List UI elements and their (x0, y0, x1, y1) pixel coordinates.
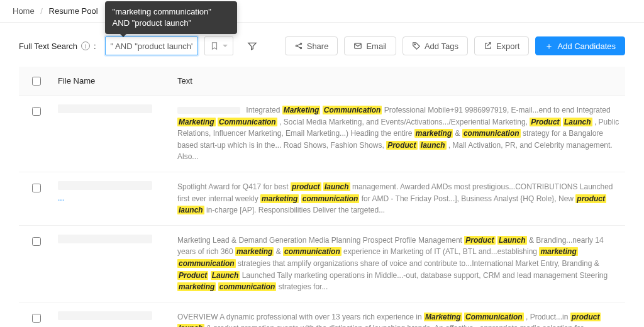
row-checkbox[interactable] (32, 314, 41, 323)
highlight: Product (530, 118, 560, 126)
row-checkbox[interactable] (32, 184, 41, 192)
search-history-button[interactable] (204, 36, 233, 55)
breadcrumb-current: Resume Pool (49, 6, 98, 16)
add-candidates-button[interactable]: ＋ Add Candidates (535, 36, 625, 55)
chevron-down-icon (223, 45, 228, 47)
table-row: OVERVIEW A dynamic professional with ove… (19, 302, 625, 327)
highlight: launch (323, 182, 350, 191)
highlight: Launch (497, 236, 527, 245)
text-cell: OVERVIEW A dynamic professional with ove… (174, 311, 625, 327)
table-header: File Name Text (19, 67, 625, 96)
row-checkbox[interactable] (32, 107, 41, 116)
highlight: Product (177, 271, 208, 280)
filter-button[interactable] (242, 36, 262, 55)
highlight: communication (462, 129, 521, 138)
info-icon[interactable]: i (81, 42, 90, 50)
select-all-checkbox[interactable] (32, 77, 41, 86)
highlight: Marketing (177, 118, 216, 126)
highlight: launch (177, 206, 204, 214)
highlight: communication (177, 259, 236, 268)
file-name-cell (54, 235, 174, 293)
highlight: Product (464, 236, 495, 245)
bookmark-icon (210, 42, 219, 50)
search-input[interactable] (105, 36, 198, 55)
file-name-cell (54, 104, 174, 163)
text-cell: Spotlight Award for Q417 for best produc… (174, 181, 625, 216)
plus-icon: ＋ (545, 42, 553, 50)
col-header-filename: File Name (54, 76, 174, 86)
highlight: product (291, 182, 321, 191)
highlight: Marketing (282, 106, 321, 114)
email-button[interactable]: Email (344, 36, 396, 55)
results-table: File Name Text Integrated Marketing Comm… (0, 67, 644, 327)
highlight: Marketing (424, 313, 462, 321)
highlight: Communication (323, 106, 382, 114)
highlight: launch (177, 324, 204, 327)
redacted-text (177, 107, 240, 114)
highlight: communication (301, 194, 360, 203)
highlight: marketing (539, 247, 577, 256)
svg-point-2 (300, 47, 301, 48)
highlight: Launch (211, 271, 240, 280)
tag-icon (412, 42, 421, 50)
svg-point-1 (300, 43, 301, 44)
share-button[interactable]: Share (285, 36, 338, 55)
breadcrumb-home[interactable]: Home (13, 6, 35, 16)
add-tags-button[interactable]: Add Tags (402, 36, 468, 55)
highlight: Communication (464, 313, 524, 321)
highlight: Launch (563, 118, 592, 126)
table-row: Integrated Marketing Communication Profe… (19, 96, 625, 172)
row-checkbox[interactable] (32, 237, 41, 246)
highlight: product (575, 194, 606, 203)
svg-point-4 (414, 44, 416, 45)
file-name-cell: ... (54, 181, 174, 216)
highlight: marketing (177, 282, 216, 291)
highlight: marketing (414, 129, 453, 138)
search-input-wrap: "marketing communication" AND "product l… (105, 36, 198, 55)
text-cell: Marketing Lead & Demand Generation Media… (174, 235, 625, 293)
highlight: launch (419, 141, 447, 150)
search-tooltip: "marketing communication" AND "product l… (105, 1, 237, 34)
export-button[interactable]: Export (474, 36, 530, 55)
search-label-text: Full Text Search (19, 42, 77, 51)
breadcrumb: Home / Resume Pool (0, 0, 644, 23)
filename-ellipsis[interactable]: ... (58, 194, 64, 202)
col-header-text: Text (174, 76, 625, 86)
breadcrumb-separator: / (40, 6, 43, 16)
svg-point-0 (296, 45, 297, 47)
export-icon (484, 42, 492, 50)
share-icon (294, 42, 303, 50)
highlight: Product (386, 141, 417, 150)
envelope-icon (353, 42, 362, 50)
search-label-suffix: : (94, 42, 96, 51)
highlight: communication (218, 282, 277, 291)
highlight: product (570, 313, 601, 321)
text-cell: Integrated Marketing Communication Profe… (174, 104, 625, 163)
highlight: communication (283, 247, 341, 256)
table-row: Marketing Lead & Demand Generation Media… (19, 226, 625, 302)
highlight: Communication (218, 118, 277, 126)
search-label: Full Text Search i : (19, 42, 96, 51)
table-row: ...Spotlight Award for Q417 for best pro… (19, 172, 625, 226)
file-name-cell (54, 311, 174, 327)
highlight: marketing (260, 194, 299, 203)
toolbar: Full Text Search i : "marketing communic… (0, 23, 644, 67)
filter-icon (247, 41, 257, 51)
highlight: marketing (235, 247, 274, 256)
